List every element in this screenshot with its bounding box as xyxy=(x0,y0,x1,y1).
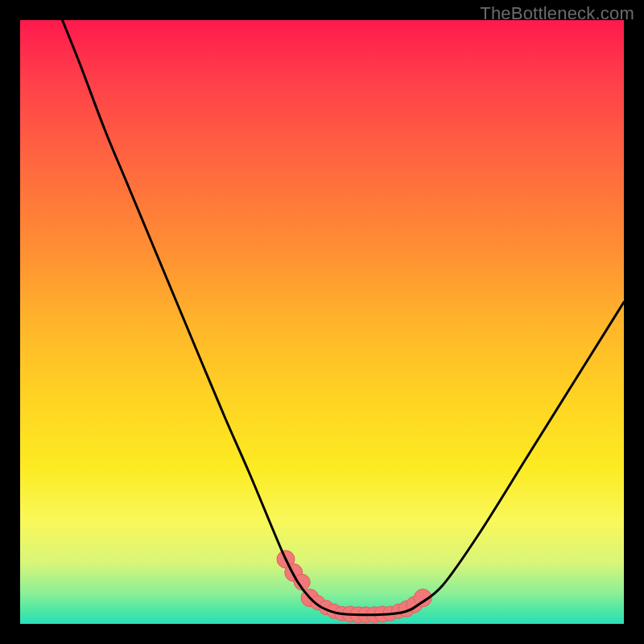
bottleneck-curve xyxy=(63,20,625,615)
chart-overlay xyxy=(20,20,624,624)
frame: TheBottleneck.com xyxy=(0,0,644,644)
watermark-text: TheBottleneck.com xyxy=(480,3,634,24)
plot-area xyxy=(20,20,624,624)
